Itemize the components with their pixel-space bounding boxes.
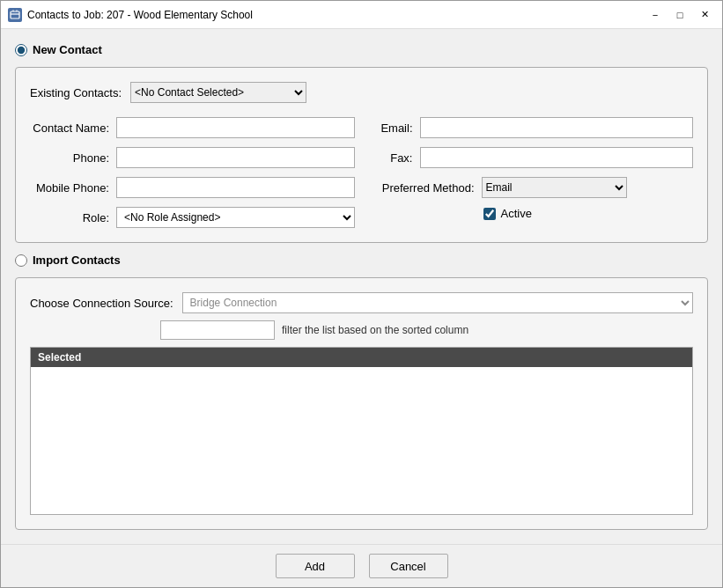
phone-input[interactable]: [116, 147, 355, 168]
preferred-method-label: Preferred Method:: [369, 181, 475, 195]
email-label: Email:: [369, 121, 413, 135]
main-window: Contacts to Job: 207 - Wood Elementary S…: [0, 0, 723, 588]
footer: Add Cancel: [1, 544, 722, 587]
email-input[interactable]: [420, 117, 694, 138]
connection-source-row: Choose Connection Source: Bridge Connect…: [30, 292, 693, 313]
new-contact-label: New Contact: [33, 43, 102, 56]
titlebar: Contacts to Job: 207 - Wood Elementary S…: [1, 1, 722, 29]
role-select[interactable]: <No Role Assigned>: [116, 207, 355, 228]
close-button[interactable]: ✕: [694, 6, 715, 24]
import-contact-radio[interactable]: [15, 254, 27, 267]
preferred-method-row: Preferred Method: Email Phone Fax: [369, 177, 694, 198]
existing-contacts-label: Existing Contacts:: [30, 86, 122, 99]
table-header: Selected: [31, 348, 692, 367]
role-label: Role:: [30, 211, 109, 224]
active-row: Active: [483, 207, 694, 220]
new-contact-box: Existing Contacts: <No Contact Selected>…: [15, 67, 708, 243]
new-contact-section: New Contact: [15, 43, 708, 56]
email-row: Email:: [369, 117, 694, 138]
filter-input[interactable]: [160, 320, 275, 340]
mobile-phone-label: Mobile Phone:: [30, 181, 109, 195]
filter-description: filter the list based on the sorted colu…: [282, 324, 468, 336]
fax-label: Fax:: [369, 151, 413, 165]
active-label: Active: [501, 207, 532, 220]
filter-row: filter the list based on the sorted colu…: [160, 320, 693, 340]
window-icon: [8, 8, 22, 22]
fax-row: Fax:: [369, 147, 694, 168]
mobile-phone-row: Mobile Phone:: [30, 177, 355, 198]
phone-row: Phone:: [30, 147, 355, 168]
window-title: Contacts to Job: 207 - Wood Elementary S…: [27, 9, 645, 21]
import-contact-label: Import Contacts: [33, 254, 121, 267]
contact-name-label: Contact Name:: [30, 121, 109, 135]
main-content: New Contact Existing Contacts: <No Conta…: [1, 29, 722, 544]
fax-input[interactable]: [420, 147, 694, 168]
new-contact-radio[interactable]: [15, 44, 27, 56]
connection-source-label: Choose Connection Source:: [30, 297, 173, 310]
add-button[interactable]: Add: [276, 554, 355, 578]
existing-contacts-row: Existing Contacts: <No Contact Selected>: [30, 82, 693, 103]
cancel-button[interactable]: Cancel: [369, 554, 448, 578]
table-body: [31, 367, 692, 455]
active-checkbox[interactable]: [483, 208, 496, 220]
maximize-button[interactable]: □: [669, 6, 690, 24]
new-contact-radio-label[interactable]: New Contact: [15, 43, 708, 56]
preferred-method-select[interactable]: Email Phone Fax: [482, 177, 627, 198]
role-row: Role: <No Role Assigned>: [30, 207, 355, 228]
contact-name-input[interactable]: [116, 117, 355, 138]
titlebar-controls: − □ ✕: [645, 6, 715, 24]
existing-contacts-select[interactable]: <No Contact Selected>: [130, 82, 306, 103]
left-col: Contact Name: Phone: Mobile Phone: Role:: [30, 117, 355, 228]
connection-source-select[interactable]: Bridge Connection: [182, 292, 693, 313]
svg-rect-0: [11, 11, 19, 18]
right-col-wrapper: Email: Fax: Preferred Method: Email Phon…: [369, 117, 694, 228]
minimize-button[interactable]: −: [645, 6, 666, 24]
contact-name-row: Contact Name:: [30, 117, 355, 138]
phone-label: Phone:: [30, 151, 109, 165]
contacts-table: Selected: [30, 347, 693, 515]
import-contacts-box: Choose Connection Source: Bridge Connect…: [15, 277, 708, 530]
mobile-phone-input[interactable]: [116, 177, 355, 198]
import-contact-radio-label[interactable]: Import Contacts: [15, 254, 708, 267]
form-fields: Contact Name: Phone: Mobile Phone: Role:: [30, 117, 693, 228]
import-contacts-section: Import Contacts: [15, 254, 708, 267]
